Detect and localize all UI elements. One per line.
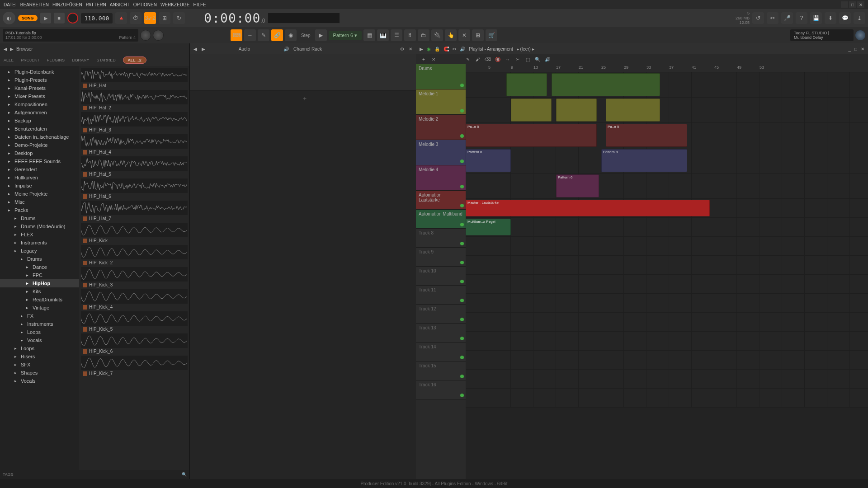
link-icon[interactable]: → <box>244 29 256 41</box>
tags-bar[interactable]: TAGS 🔍 <box>0 470 189 479</box>
tree-item[interactable]: ▸Misc <box>0 198 79 206</box>
sample-item[interactable]: HIP_Hat_7 <box>81 201 188 222</box>
slice-tool-icon[interactable]: ✂ <box>514 56 522 63</box>
clip[interactable]: Master - Lautstärke <box>466 200 710 216</box>
shop-icon[interactable]: 🛒 <box>486 29 497 41</box>
play-button[interactable]: ▶ <box>40 13 51 23</box>
select-tool-icon[interactable]: ⬚ <box>524 56 532 63</box>
mixer-icon[interactable]: 🎚 <box>404 29 416 41</box>
tree-item[interactable]: ▸HipHop <box>0 279 79 287</box>
save-icon[interactable]: 💾 <box>810 12 822 24</box>
browser-tree[interactable]: ▸Plugin-Datenbank▸Plugin-Presets▸Kanal-P… <box>0 66 79 470</box>
tree-item[interactable]: ▸Shapes <box>0 369 79 377</box>
browser-fwd-icon[interactable]: ▶ <box>10 47 14 52</box>
tree-item[interactable]: ▸Gerendert <box>0 165 79 174</box>
track-header[interactable]: Track 11 <box>416 286 466 305</box>
erase-tool-icon[interactable]: ⌫ <box>484 56 492 63</box>
tree-item[interactable]: ▸Backup <box>0 117 79 125</box>
tab-library[interactable]: LIBRARY <box>72 58 89 62</box>
sample-item[interactable]: HIP_Hat_6 <box>81 178 188 200</box>
tree-item[interactable]: ▸Legacy <box>0 247 79 255</box>
tree-item[interactable]: ▸Impulse <box>0 182 79 190</box>
globe-icon[interactable] <box>855 30 865 40</box>
tree-item[interactable]: ▸Meine Projekte <box>0 190 79 198</box>
metronome-icon[interactable]: 🔺 <box>115 12 127 24</box>
sample-item[interactable]: HIP_Kick_2 <box>81 245 188 266</box>
playlist-cut-icon[interactable]: ✂ <box>453 47 456 52</box>
tree-item[interactable]: ▸SFX <box>0 361 79 369</box>
tab-starred[interactable]: STARRED <box>96 58 115 62</box>
tree-item[interactable]: ▸Kanal-Presets <box>0 84 79 92</box>
audio-strip[interactable] <box>190 54 416 90</box>
sample-item[interactable]: HIP_Hat_3 <box>81 112 188 133</box>
tree-item[interactable]: ▸FPC <box>0 271 79 279</box>
mic-icon[interactable]: 🎤 <box>781 12 793 24</box>
tree-item[interactable]: ▸EEEE EEEE Sounds <box>0 157 79 165</box>
tree-item[interactable]: ▸Demo-Projekte <box>0 141 79 149</box>
add-channel-icon[interactable]: + <box>303 95 307 102</box>
tree-item[interactable]: ▸FLEX <box>0 230 79 239</box>
help-icon[interactable]: ? <box>796 12 807 24</box>
playlist-lock-icon[interactable]: 🔒 <box>434 47 440 52</box>
step-play-icon[interactable]: ▶ <box>315 29 327 41</box>
track-header[interactable]: Drums <box>416 64 466 89</box>
playlist-play-icon[interactable]: ▶ <box>420 47 423 52</box>
search-icon[interactable]: 🔍 <box>182 472 187 477</box>
snap-icon[interactable]: 🔗 <box>271 29 283 41</box>
track-row[interactable] <box>466 275 868 294</box>
render-icon[interactable]: ⬇ <box>825 12 836 24</box>
tree-item[interactable]: ▸Vintage <box>0 304 79 312</box>
tree-item[interactable]: ▸Vocals <box>0 336 79 344</box>
undo-history-icon[interactable]: ↺ <box>752 12 764 24</box>
loop-icon[interactable]: ↻ <box>173 12 185 24</box>
tab-projekt[interactable]: PROJEKT <box>21 58 40 62</box>
track-row[interactable]: Pattern 6 <box>466 174 868 199</box>
tree-item[interactable]: ▸Drums <box>0 255 79 263</box>
clip[interactable] <box>552 73 660 96</box>
track-header[interactable]: Track 15 <box>416 361 466 380</box>
sample-item[interactable]: HIP_Kick_4 <box>81 289 188 310</box>
track-header[interactable]: Automation Multiband <box>416 210 466 229</box>
menu-datei[interactable]: DATEI <box>4 2 17 7</box>
browser-samples[interactable]: HIP_HatHIP_Hat_2HIP_Hat_3HIP_Hat_4HIP_Ha… <box>79 66 189 470</box>
track-row[interactable] <box>466 256 868 275</box>
tempo-display[interactable]: 110.000 <box>81 13 113 23</box>
menu-werkzeuge[interactable]: WERKZEUGE <box>160 2 189 7</box>
song-mode-button[interactable]: SONG <box>18 15 38 21</box>
browser-icon[interactable]: 🗀 <box>418 29 429 41</box>
add-track-icon[interactable]: + <box>420 56 428 63</box>
tree-item[interactable]: ▸Loops <box>0 344 79 352</box>
track-header[interactable]: Track 9 <box>416 248 466 267</box>
track-row[interactable] <box>466 294 868 313</box>
tree-item[interactable]: ▸Drums <box>0 214 79 222</box>
track-header[interactable]: Track 14 <box>416 343 466 361</box>
plugin-icon[interactable]: 🔌 <box>431 29 443 41</box>
tree-item[interactable]: ▸RealDrumkits <box>0 296 79 304</box>
track-row[interactable] <box>466 370 868 389</box>
tree-item[interactable]: ▸Desktop <box>0 149 79 157</box>
track-row[interactable]: Pattern 8Pattern 8 <box>466 148 868 174</box>
tree-item[interactable]: ▸Packs <box>0 206 79 214</box>
sample-item[interactable]: HIP_Hat_4 <box>81 134 188 155</box>
clip[interactable]: Pattern 6 <box>556 174 599 197</box>
typing-keyboard-icon[interactable]: ⌨ <box>231 29 242 41</box>
clip[interactable]: Pattern 8 <box>466 149 511 172</box>
track-row[interactable]: Pa..n 5Pa..n 5 <box>466 123 868 148</box>
sample-item[interactable]: HIP_Hat_2 <box>81 90 188 111</box>
tree-item[interactable]: ▸Aufgenommen <box>0 108 79 117</box>
channel-close-icon[interactable]: ✕ <box>409 47 412 52</box>
track-header[interactable]: Track 16 <box>416 380 466 399</box>
menu-ansicht[interactable]: ANSICHT <box>110 2 130 7</box>
scissors-icon[interactable]: ✂ <box>767 12 778 24</box>
pencil-tool-icon[interactable]: ✎ <box>464 56 472 63</box>
track-row[interactable] <box>466 98 868 123</box>
track-row[interactable] <box>466 237 868 256</box>
clip[interactable] <box>556 99 597 122</box>
track-header[interactable]: Melodie 1 <box>416 89 466 115</box>
tree-item[interactable]: ▸Plugin-Datenbank <box>0 68 79 76</box>
close-button[interactable]: ✕ <box>857 1 864 8</box>
sample-item[interactable]: HIP_Hat <box>81 68 188 89</box>
pattern-selector[interactable]: Pattern 6 ▾ <box>329 31 362 40</box>
step-edit-icon[interactable]: ⊞ <box>159 12 170 24</box>
track-row[interactable] <box>466 72 868 98</box>
